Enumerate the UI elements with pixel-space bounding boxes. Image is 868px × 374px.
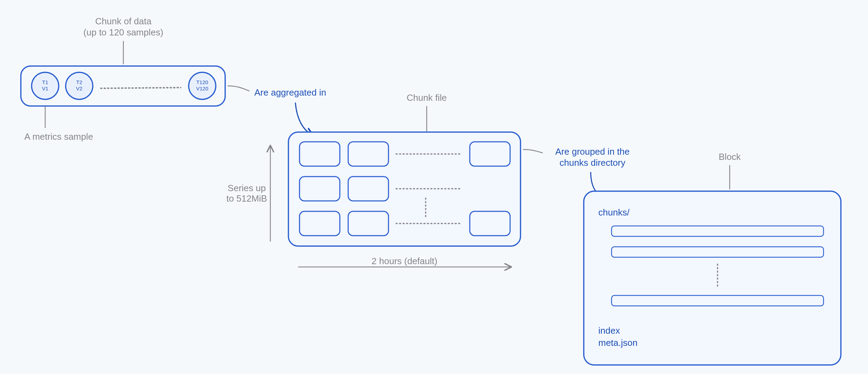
chunk-title-1: Chunk of data: [95, 16, 152, 26]
block-box: Block chunks/ index meta.json: [584, 152, 841, 365]
sample-1-v: V1: [42, 86, 48, 91]
sample-1: T1 V1: [32, 72, 59, 99]
arrow1-label: Are aggregated in: [254, 87, 326, 98]
arrow2-line1: Are grouped in the: [555, 146, 630, 157]
chunkfile-title: Chunk file: [407, 92, 447, 103]
chunk-file-box: Chunk file: [288, 92, 521, 246]
sample-1-t: T1: [42, 79, 48, 85]
sample-2: T2 V2: [66, 72, 93, 99]
axis-x: 2 hours (default): [371, 256, 437, 266]
sample-caption: A metrics sample: [24, 131, 93, 142]
chunk-box: Chunk of data (up to 120 samples) T1 V1 …: [21, 16, 225, 142]
axis-y-1: Series up: [228, 183, 266, 193]
sample-3-t: T120: [196, 79, 208, 85]
block-dir: chunks/: [598, 207, 630, 218]
arrow2-line2: chunks directory: [559, 157, 625, 168]
axis-y-2: to 512MiB: [226, 193, 267, 204]
block-title: Block: [719, 152, 741, 162]
chunk-title-2: (up to 120 samples): [83, 27, 163, 38]
sample-2-t: T2: [76, 79, 82, 85]
sample-3-v: V120: [196, 86, 208, 91]
block-file-index: index: [598, 325, 620, 336]
block-file-meta: meta.json: [598, 338, 638, 348]
sample-3: T120 V120: [189, 72, 216, 99]
svg-line-11: [101, 88, 181, 88]
arrow-aggregated: Are aggregated in: [228, 86, 326, 136]
diagram-canvas: Chunk of data (up to 120 samples) T1 V1 …: [0, 0, 868, 374]
sample-2-v: V2: [76, 86, 82, 91]
